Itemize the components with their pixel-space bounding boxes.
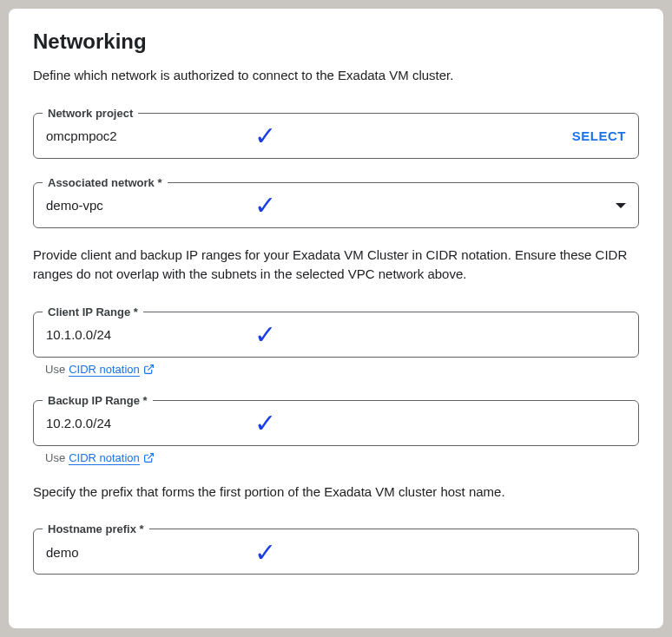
client-ip-label: Client IP Range *: [43, 305, 143, 318]
select-button[interactable]: SELECT: [572, 128, 626, 143]
checkmark-icon: ✓: [254, 190, 276, 220]
client-ip-field: Client IP Range * 10.1.0.0/24 ✓: [33, 305, 639, 358]
client-ip-helper: Use CIDR notation: [45, 363, 639, 377]
svg-line-0: [148, 365, 153, 371]
backup-ip-input[interactable]: 10.2.0.0/24: [46, 416, 220, 430]
section-description-1: Define which network is authorized to co…: [33, 66, 639, 86]
hostname-prefix-field: Hostname prefix * demo ✓: [33, 522, 639, 575]
checkmark-icon: ✓: [254, 319, 276, 350]
cidr-notation-link[interactable]: CIDR notation: [69, 363, 140, 377]
network-project-label: Network project: [43, 107, 138, 120]
external-link-icon: [143, 452, 155, 463]
network-project-field: Network project omcpmpoc2 ✓ SELECT: [33, 107, 639, 159]
svg-line-1: [148, 454, 153, 459]
associated-network-label: Associated network *: [43, 176, 168, 189]
hostname-prefix-input[interactable]: demo: [46, 545, 220, 560]
chevron-down-icon[interactable]: [616, 203, 626, 208]
external-link-icon: [143, 364, 155, 375]
section-title: Networking: [33, 30, 639, 54]
cidr-notation-link[interactable]: CIDR notation: [69, 451, 140, 465]
associated-network-value[interactable]: demo-vpc: [46, 198, 220, 213]
checkmark-icon: ✓: [254, 537, 276, 568]
associated-network-field: Associated network * demo-vpc ✓: [33, 176, 639, 228]
section-description-3: Specify the prefix that forms the first …: [33, 483, 639, 502]
backup-ip-helper: Use CIDR notation: [45, 451, 639, 465]
networking-panel: Networking Define which network is autho…: [9, 9, 663, 628]
backup-ip-field: Backup IP Range * 10.2.0.0/24 ✓: [33, 394, 639, 446]
network-project-value[interactable]: omcpmpoc2: [46, 128, 220, 143]
backup-ip-label: Backup IP Range *: [43, 394, 153, 407]
section-description-2: Provide client and backup IP ranges for …: [33, 246, 639, 285]
checkmark-icon: ✓: [254, 121, 276, 151]
client-ip-input[interactable]: 10.1.0.0/24: [46, 327, 220, 342]
hostname-prefix-label: Hostname prefix *: [43, 522, 149, 535]
checkmark-icon: ✓: [254, 408, 276, 438]
